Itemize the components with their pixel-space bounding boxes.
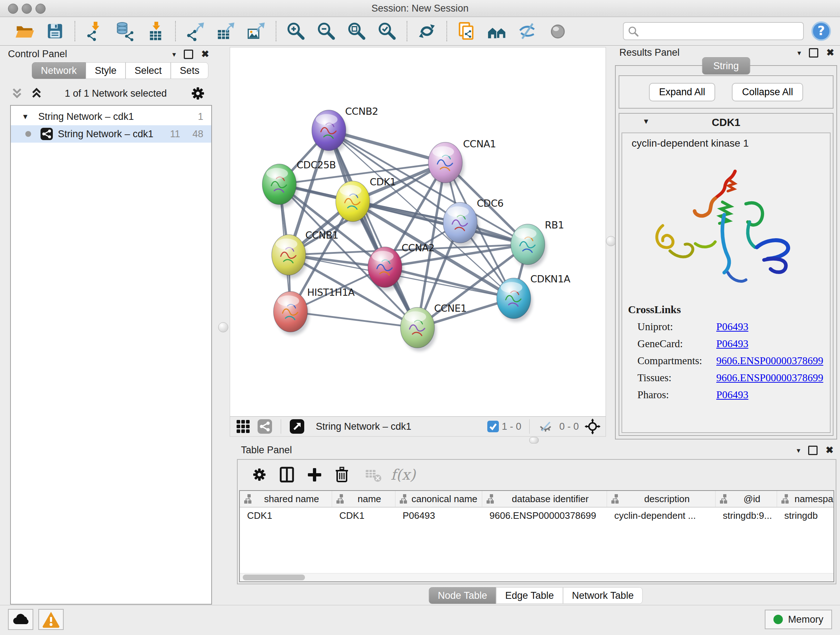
expand-all-button[interactable]: Expand All [649, 83, 715, 101]
birdseye-view-icon[interactable] [235, 418, 251, 434]
column-header-database-identifier[interactable]: database identifier [482, 491, 607, 507]
results-panel-float-button[interactable] [809, 48, 818, 57]
results-panel-close-button[interactable]: ✖ [826, 47, 834, 58]
save-session-button[interactable] [45, 21, 65, 41]
collapse-all-networks-icon[interactable] [10, 87, 24, 100]
toolbar-divider [175, 21, 176, 41]
tab-string[interactable]: String [702, 57, 750, 74]
control-panel-menu-button[interactable]: ▾ [172, 50, 176, 59]
network-row[interactable]: String Network – cdk1 11 48 [11, 125, 211, 143]
tab-edge-table[interactable]: Edge Table [496, 587, 563, 604]
tab-node-table[interactable]: Node Table [429, 587, 496, 604]
new-network-from-selection-button[interactable] [456, 21, 477, 41]
control-panel-close-button[interactable]: ✖ [201, 49, 209, 60]
zoom-in-button[interactable] [286, 21, 306, 41]
open-session-button[interactable] [14, 21, 35, 41]
tab-network-table[interactable]: Network Table [563, 587, 643, 604]
selected-nodes-checkbox-icon[interactable] [487, 421, 499, 432]
column-header-canonical-name[interactable]: canonical name [395, 491, 482, 507]
zoom-out-button[interactable] [316, 21, 336, 41]
network-graph-svg[interactable]: CCNB2 CCNA1 CDC25B CDK1 [230, 48, 606, 417]
show-graphics-details-button[interactable] [548, 21, 568, 41]
table-cell[interactable]: CDK1 [240, 508, 332, 524]
export-image-button[interactable] [246, 21, 266, 41]
search-box[interactable] [623, 22, 804, 40]
table-cell[interactable]: CDK1 [332, 508, 395, 524]
column-header--id[interactable]: @id [715, 491, 777, 507]
import-network-database-button[interactable] [115, 21, 135, 41]
tree-column-icon [611, 494, 622, 504]
protein-expander-icon[interactable]: ▼ [643, 117, 650, 126]
crosslink-link[interactable]: P06493 [716, 321, 748, 333]
fit-selected-crosshair-icon[interactable] [584, 418, 600, 434]
table-cell[interactable]: stringdb [777, 508, 834, 524]
table-panel-close-button[interactable]: ✖ [826, 445, 834, 456]
crosslink-link[interactable]: 9606.ENSP00000378699 [716, 372, 823, 384]
delete-column-icon[interactable] [332, 464, 352, 485]
open-in-browser-icon[interactable] [289, 418, 305, 434]
import-table-file-button[interactable] [145, 21, 166, 41]
table-panel-float-button[interactable] [808, 446, 818, 455]
network-canvas[interactable]: CCNB2 CCNA1 CDC25B CDK1 [230, 48, 606, 417]
selected-node-edge-count: 1 - 0 [502, 421, 521, 432]
column-header-description[interactable]: description [607, 491, 715, 507]
protein-panel-header[interactable]: ▼ CDK1 [619, 114, 833, 131]
control-panel-float-button[interactable] [184, 50, 193, 59]
scrollbar-thumb[interactable] [243, 575, 305, 580]
hidden-node-edge-count: 0 - 0 [559, 421, 579, 432]
create-column-icon[interactable] [304, 464, 325, 485]
show-columns-icon[interactable] [276, 464, 297, 485]
crosslink-label: Compartments: [638, 355, 716, 367]
string-protein-query-button[interactable] [487, 21, 507, 41]
crosslink-link[interactable]: P06493 [716, 389, 748, 401]
zoom-selected-button[interactable] [377, 21, 397, 41]
table-panel-menu-button[interactable]: ▾ [797, 446, 800, 455]
column-header-name[interactable]: name [332, 491, 395, 507]
table-cell[interactable]: P06493 [395, 508, 482, 524]
tab-network[interactable]: Network [32, 62, 86, 79]
table-cell[interactable]: cyclin-dependent ... [607, 508, 715, 524]
tab-sets[interactable]: Sets [171, 62, 208, 79]
search-input[interactable] [639, 25, 803, 37]
string-network-badge-icon [41, 128, 53, 140]
table-options-gear-icon[interactable] [249, 464, 270, 485]
zoom-fit-button[interactable] [347, 21, 367, 41]
cloud-status-button[interactable] [8, 609, 33, 630]
right-splitter-handle[interactable] [606, 236, 616, 246]
collection-count: 1 [198, 111, 203, 122]
collapse-all-button[interactable]: Collapse All [732, 83, 803, 101]
table-row[interactable]: CDK1CDK1P064939606.ENSP00000378699cyclin… [240, 508, 834, 524]
protein-node-CDC6[interactable]: CDC6 [443, 198, 504, 246]
export-table-button[interactable] [216, 21, 236, 41]
memory-button[interactable]: Memory [765, 610, 832, 629]
expand-all-networks-icon[interactable] [30, 87, 43, 100]
crosslink-link[interactable]: 9606.ENSP00000378699 [716, 355, 823, 367]
protein-node-HIST1H1A[interactable]: HIST1H1A [273, 287, 355, 335]
import-network-file-button[interactable] [85, 21, 105, 41]
crosslink-link[interactable]: P06493 [716, 338, 748, 350]
network-options-gear-icon[interactable] [188, 84, 208, 103]
results-panel-menu-button[interactable]: ▾ [797, 49, 801, 57]
protein-node-CDKN1A[interactable]: CDKN1A [497, 273, 570, 322]
column-header-shared-name[interactable]: shared name [240, 491, 332, 507]
column-header-namespace[interactable]: namespace [777, 491, 834, 507]
tab-style[interactable]: Style [86, 62, 126, 79]
protein-node-CDK1[interactable]: CDK1 [336, 176, 396, 225]
left-splitter-handle[interactable] [218, 322, 228, 333]
collection-expander-icon[interactable]: ▼ [22, 112, 29, 121]
table-cell[interactable]: 9606.ENSP00000378699 [482, 508, 607, 524]
protein-node-RB1[interactable]: RB1 [511, 219, 564, 268]
protein-node-CCNB2[interactable]: CCNB2 [312, 106, 378, 154]
network-collection-row[interactable]: ▼ String Network – cdk1 1 [11, 108, 211, 125]
title-bar: Session: New Session [0, 0, 840, 17]
hide-unhide-panels-button[interactable] [517, 21, 538, 41]
refresh-view-button[interactable] [417, 21, 437, 41]
table-cell[interactable]: stringdb:9... [715, 508, 777, 524]
export-network-button[interactable] [185, 21, 205, 41]
tab-select[interactable]: Select [126, 62, 171, 79]
string-network-icon[interactable] [257, 418, 273, 434]
search-icon [627, 25, 639, 37]
protein-node-CCNE1[interactable]: CCNE1 [401, 302, 467, 351]
warnings-button[interactable] [38, 609, 64, 630]
help-button[interactable]: ? [811, 21, 831, 41]
